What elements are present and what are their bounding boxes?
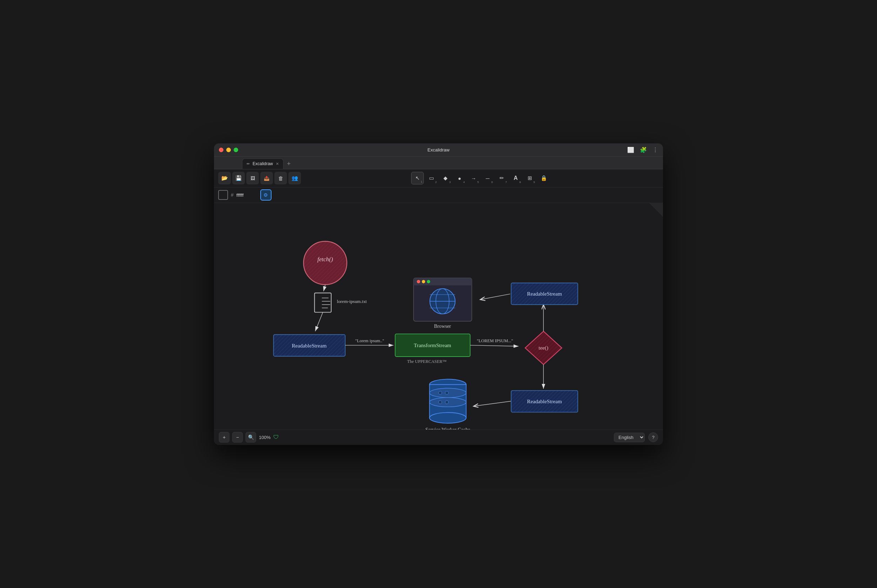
save-button[interactable]: 💾 [232, 172, 245, 184]
bottom-right: English Français Deutsch Español ? [614, 432, 658, 442]
svg-line-13 [323, 285, 325, 291]
zoom-out-button[interactable]: − [232, 432, 243, 442]
svg-line-49 [474, 401, 511, 406]
export-button[interactable]: 📤 [260, 172, 273, 184]
tab-bar: ✏ Excalidraw ✕ + [214, 157, 663, 170]
ellipse-tool[interactable]: ● 4 [453, 172, 466, 184]
arrow-icon: → [471, 176, 476, 181]
svg-point-37 [422, 280, 425, 283]
svg-text:TransformStream: TransformStream [414, 342, 452, 348]
tab-favicon: ✏ [246, 162, 250, 166]
toolbar: 📂 💾 🖼 📤 🗑 👥 ↖ 1 ▭ 2 ◆ 3 ● 4 [214, 170, 663, 188]
tab-label: Excalidraw [252, 161, 273, 166]
bottom-left: + − 🔍 100% 🛡 [219, 432, 279, 442]
title-bar: Excalidraw ⬜ 🧩 ⋮ [214, 143, 663, 157]
zoom-level: 100% [259, 435, 270, 440]
image-tool[interactable]: ⊞ 9 [523, 172, 536, 184]
color-bar: # ⚙ [214, 188, 663, 203]
svg-text:fetch(): fetch() [317, 256, 333, 262]
diamond-icon: ◆ [443, 175, 448, 181]
rectangle-icon: ▭ [429, 175, 434, 181]
tool-num: 2 [435, 181, 437, 184]
svg-text:ReadableStream: ReadableStream [292, 342, 327, 348]
new-tab-button[interactable]: + [285, 159, 293, 169]
svg-text:"LOREM IPSUM...": "LOREM IPSUM..." [477, 338, 513, 343]
diagram-svg: fetch() lorem-ipsum.txt ReadableStream "… [214, 203, 663, 429]
maximize-button[interactable] [234, 148, 238, 152]
toolbar-left: 📂 💾 🖼 📤 🗑 👥 [218, 172, 301, 184]
minimize-button[interactable] [226, 148, 231, 152]
svg-text:ReadableStream: ReadableStream [527, 398, 562, 404]
tool-num: 8 [520, 181, 521, 184]
svg-line-14 [315, 312, 323, 331]
export-img-button[interactable]: 🖼 [246, 172, 259, 184]
svg-text:Browser: Browser [434, 323, 451, 329]
color-input[interactable] [236, 192, 257, 198]
lock-icon: 🔒 [541, 175, 547, 181]
mac-window: Excalidraw ⬜ 🧩 ⋮ ✏ Excalidraw ✕ + 📂 💾 🖼 … [214, 143, 663, 445]
text-icon: A [514, 175, 518, 181]
delete-button[interactable]: 🗑 [274, 172, 287, 184]
window-title: Excalidraw [428, 147, 450, 153]
puzzle-icon[interactable]: 🧩 [640, 147, 647, 153]
menu-icon[interactable]: ⋮ [652, 147, 658, 153]
ellipse-icon: ● [458, 176, 461, 181]
diamond-tool[interactable]: ◆ 3 [439, 172, 452, 184]
tool-num: 9 [533, 181, 535, 184]
close-button[interactable] [219, 148, 224, 152]
tab-excalidraw[interactable]: ✏ Excalidraw ✕ [242, 159, 284, 169]
svg-point-36 [417, 280, 420, 283]
traffic-lights [214, 148, 238, 152]
shield-icon: 🛡 [273, 434, 279, 440]
svg-point-4 [303, 241, 347, 285]
pencil-icon: ✏ [500, 175, 504, 181]
svg-text:lorem-ipsum.txt: lorem-ipsum.txt [337, 299, 367, 304]
fit-view-button[interactable]: 🔍 [246, 432, 256, 442]
svg-line-29 [480, 294, 511, 299]
theme-toggle[interactable]: ⚙ [260, 189, 272, 201]
text-tool[interactable]: A 8 [509, 172, 522, 184]
svg-line-23 [470, 345, 518, 346]
language-select[interactable]: English Français Deutsch Español [614, 433, 645, 442]
svg-text:Service Worker Cache: Service Worker Cache [425, 426, 470, 429]
image-icon: ⊞ [528, 175, 532, 181]
select-icon: ↖ [415, 175, 420, 181]
tab-close-button[interactable]: ✕ [276, 162, 279, 166]
tool-num: 1 [421, 180, 422, 183]
svg-text:tee(): tee() [539, 345, 548, 351]
lock-tool[interactable]: 🔒 [538, 172, 550, 184]
svg-point-38 [427, 280, 430, 283]
hash-symbol: # [231, 192, 234, 198]
new-doc-icon[interactable]: ⬜ [627, 147, 634, 153]
tool-num: 3 [449, 181, 451, 184]
svg-text:The UPPERCASER™: The UPPERCASER™ [407, 359, 447, 364]
open-button[interactable]: 📂 [218, 172, 231, 184]
svg-text:"Lorem ipsum..": "Lorem ipsum.." [355, 338, 384, 343]
pencil-tool[interactable]: ✏ 7 [496, 172, 508, 184]
svg-point-55 [438, 391, 442, 394]
tool-num: 7 [506, 181, 507, 184]
arrow-tool[interactable]: → 5 [467, 172, 480, 184]
svg-point-57 [438, 400, 442, 404]
rectangle-tool[interactable]: ▭ 2 [425, 172, 438, 184]
collab-button[interactable]: 👥 [288, 172, 301, 184]
svg-point-56 [445, 391, 449, 394]
svg-point-58 [445, 400, 449, 404]
line-icon: ─ [486, 176, 490, 181]
tool-num: 6 [491, 181, 493, 184]
select-tool[interactable]: ↖ 1 [411, 172, 424, 184]
tool-num: 5 [478, 181, 479, 184]
svg-text:ReadableStream: ReadableStream [527, 291, 562, 297]
toolbar-center: ↖ 1 ▭ 2 ◆ 3 ● 4 → 5 ─ 6 [302, 172, 659, 184]
color-swatch[interactable] [218, 190, 228, 200]
help-button[interactable]: ? [648, 432, 658, 442]
zoom-in-button[interactable]: + [219, 432, 230, 442]
bottom-bar: + − 🔍 100% 🛡 English Français Deutsch Es… [214, 429, 663, 445]
canvas-area[interactable]: fetch() lorem-ipsum.txt ReadableStream "… [214, 203, 663, 429]
svg-point-52 [429, 412, 466, 423]
svg-rect-6 [315, 293, 332, 312]
line-tool[interactable]: ─ 6 [481, 172, 494, 184]
tool-num: 4 [463, 181, 465, 184]
title-right-icons: ⬜ 🧩 ⋮ [627, 147, 658, 153]
